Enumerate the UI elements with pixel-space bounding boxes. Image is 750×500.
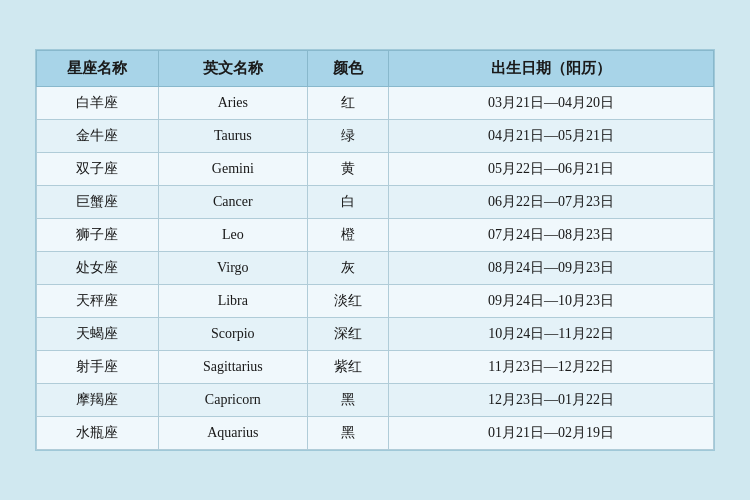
cell-color: 黑: [307, 417, 388, 450]
cell-color: 白: [307, 186, 388, 219]
table-row: 双子座Gemini黄05月22日—06月21日: [37, 153, 714, 186]
cell-dates: 01月21日—02月19日: [389, 417, 714, 450]
cell-dates: 12月23日—01月22日: [389, 384, 714, 417]
cell-chinese: 狮子座: [37, 219, 159, 252]
cell-english: Capricorn: [158, 384, 307, 417]
cell-color: 橙: [307, 219, 388, 252]
header-color: 颜色: [307, 51, 388, 87]
header-chinese: 星座名称: [37, 51, 159, 87]
cell-english: Taurus: [158, 120, 307, 153]
cell-chinese: 金牛座: [37, 120, 159, 153]
cell-chinese: 摩羯座: [37, 384, 159, 417]
cell-english: Gemini: [158, 153, 307, 186]
cell-color: 绿: [307, 120, 388, 153]
table-row: 天秤座Libra淡红09月24日—10月23日: [37, 285, 714, 318]
zodiac-table: 星座名称 英文名称 颜色 出生日期（阳历） 白羊座Aries红03月21日—04…: [36, 50, 714, 450]
table-row: 射手座Sagittarius紫红11月23日—12月22日: [37, 351, 714, 384]
cell-chinese: 射手座: [37, 351, 159, 384]
cell-dates: 07月24日—08月23日: [389, 219, 714, 252]
cell-english: Cancer: [158, 186, 307, 219]
zodiac-table-wrapper: 星座名称 英文名称 颜色 出生日期（阳历） 白羊座Aries红03月21日—04…: [35, 49, 715, 451]
header-english: 英文名称: [158, 51, 307, 87]
cell-dates: 03月21日—04月20日: [389, 87, 714, 120]
table-row: 狮子座Leo橙07月24日—08月23日: [37, 219, 714, 252]
table-row: 处女座Virgo灰08月24日—09月23日: [37, 252, 714, 285]
table-body: 白羊座Aries红03月21日—04月20日金牛座Taurus绿04月21日—0…: [37, 87, 714, 450]
cell-english: Aquarius: [158, 417, 307, 450]
table-row: 摩羯座Capricorn黑12月23日—01月22日: [37, 384, 714, 417]
cell-color: 紫红: [307, 351, 388, 384]
table-row: 白羊座Aries红03月21日—04月20日: [37, 87, 714, 120]
cell-color: 黑: [307, 384, 388, 417]
cell-dates: 05月22日—06月21日: [389, 153, 714, 186]
cell-color: 淡红: [307, 285, 388, 318]
header-date: 出生日期（阳历）: [389, 51, 714, 87]
cell-dates: 10月24日—11月22日: [389, 318, 714, 351]
cell-english: Leo: [158, 219, 307, 252]
cell-dates: 11月23日—12月22日: [389, 351, 714, 384]
cell-dates: 04月21日—05月21日: [389, 120, 714, 153]
cell-chinese: 处女座: [37, 252, 159, 285]
cell-dates: 06月22日—07月23日: [389, 186, 714, 219]
table-row: 巨蟹座Cancer白06月22日—07月23日: [37, 186, 714, 219]
table-header-row: 星座名称 英文名称 颜色 出生日期（阳历）: [37, 51, 714, 87]
cell-dates: 08月24日—09月23日: [389, 252, 714, 285]
cell-english: Virgo: [158, 252, 307, 285]
cell-english: Scorpio: [158, 318, 307, 351]
cell-english: Libra: [158, 285, 307, 318]
cell-chinese: 天秤座: [37, 285, 159, 318]
cell-color: 红: [307, 87, 388, 120]
cell-chinese: 天蝎座: [37, 318, 159, 351]
cell-color: 灰: [307, 252, 388, 285]
cell-dates: 09月24日—10月23日: [389, 285, 714, 318]
table-row: 金牛座Taurus绿04月21日—05月21日: [37, 120, 714, 153]
cell-english: Aries: [158, 87, 307, 120]
table-row: 水瓶座Aquarius黑01月21日—02月19日: [37, 417, 714, 450]
table-row: 天蝎座Scorpio深红10月24日—11月22日: [37, 318, 714, 351]
cell-chinese: 白羊座: [37, 87, 159, 120]
cell-chinese: 巨蟹座: [37, 186, 159, 219]
cell-english: Sagittarius: [158, 351, 307, 384]
cell-color: 黄: [307, 153, 388, 186]
cell-chinese: 双子座: [37, 153, 159, 186]
cell-chinese: 水瓶座: [37, 417, 159, 450]
cell-color: 深红: [307, 318, 388, 351]
